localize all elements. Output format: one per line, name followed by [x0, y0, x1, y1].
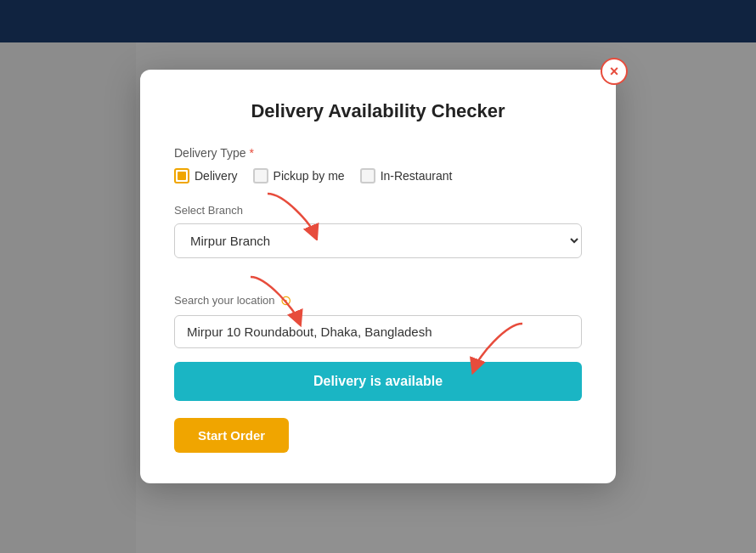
required-star: *: [250, 146, 254, 160]
availability-banner[interactable]: Delivery is available: [174, 362, 582, 401]
close-button[interactable]: ×: [601, 58, 628, 85]
location-label-row: Search your location ⊙: [174, 292, 582, 308]
delivery-type-label: Delivery Type *: [174, 146, 582, 160]
delivery-label: Delivery: [195, 169, 238, 183]
location-icon: ⊙: [280, 292, 291, 308]
delivery-radio[interactable]: [174, 168, 189, 183]
inrestaurant-option[interactable]: In-Restaurant: [360, 168, 453, 183]
inrestaurant-radio[interactable]: [360, 168, 375, 183]
pickup-radio[interactable]: [253, 168, 268, 183]
branch-select[interactable]: Mirpur Branch Dhanmondi Branch Gulshan B…: [174, 223, 582, 258]
location-label: Search your location: [174, 294, 275, 307]
start-order-button[interactable]: Start Order: [174, 418, 289, 453]
pickup-label: Pickup by me: [274, 169, 345, 183]
branch-label: Select Branch: [174, 204, 582, 217]
delivery-checker-modal: × Delivery Availability Checker Delivery…: [140, 70, 616, 483]
modal-title: Delivery Availability Checker: [174, 100, 582, 122]
modal-overlay: × Delivery Availability Checker Delivery…: [0, 0, 756, 553]
pickup-option[interactable]: Pickup by me: [253, 168, 345, 183]
delivery-type-options: Delivery Pickup by me In-Restaurant: [174, 168, 582, 183]
delivery-option[interactable]: Delivery: [174, 168, 238, 183]
inrestaurant-label: In-Restaurant: [381, 169, 453, 183]
location-input[interactable]: [174, 315, 582, 348]
